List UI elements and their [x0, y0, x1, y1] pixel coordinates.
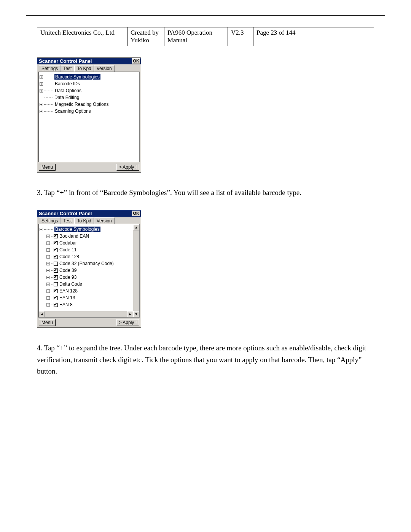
tree-node: +EAN 8: [40, 301, 132, 308]
node-code-32[interactable]: Code 32 (Pharmacy Code): [59, 261, 114, 266]
horizontal-scrollbar[interactable]: ◄►: [39, 311, 133, 317]
tree-node: −Barcode Symbologies: [40, 226, 132, 233]
tree-node: +Delta Code: [40, 281, 132, 288]
tree-node: +Scanning Options: [40, 108, 139, 115]
node-codabar[interactable]: Codabar: [59, 240, 77, 246]
node-data-options[interactable]: Data Options: [54, 88, 82, 93]
expand-icon[interactable]: +: [46, 241, 50, 245]
menu-button[interactable]: Menu: [39, 319, 56, 326]
node-ean-128[interactable]: EAN 128: [59, 288, 78, 294]
node-barcode-symbologies[interactable]: Barcode Symbologies: [54, 227, 100, 232]
expand-icon[interactable]: +: [46, 262, 50, 265]
checkbox-icon[interactable]: [54, 275, 58, 280]
checkbox-icon[interactable]: [54, 303, 58, 307]
scanner-panel-2: Scanner Control Panel OK Settings Test T…: [37, 210, 141, 328]
expand-icon[interactable]: +: [46, 235, 50, 238]
tree-node: +Data Options: [40, 87, 139, 94]
node-barcode-ids[interactable]: Barcode IDs: [54, 81, 80, 86]
tab-version[interactable]: Version: [94, 217, 115, 224]
header-table: Unitech Electronics Co., Ltd Created by …: [37, 27, 374, 46]
checkbox-icon[interactable]: [54, 296, 58, 300]
checkbox-icon[interactable]: [54, 255, 58, 259]
titlebar: Scanner Control Panel OK: [37, 58, 141, 64]
tab-settings[interactable]: Settings: [39, 65, 61, 72]
node-data-editing[interactable]: Data Editing: [54, 95, 80, 100]
node-ean-13[interactable]: EAN 13: [59, 295, 75, 300]
tab-settings[interactable]: Settings: [39, 217, 61, 224]
expand-icon[interactable]: +: [46, 283, 50, 286]
expand-icon[interactable]: +: [46, 296, 50, 300]
scroll-right-icon[interactable]: ►: [127, 311, 133, 317]
node-code-39[interactable]: Code 39: [59, 268, 77, 273]
node-code-11[interactable]: Code 11: [59, 247, 77, 252]
expand-icon[interactable]: +: [46, 248, 50, 252]
collapse-icon[interactable]: −: [40, 228, 43, 231]
tab-strip: Settings Test To Kpd Version: [37, 217, 141, 224]
expand-icon[interactable]: +: [40, 89, 43, 93]
tree-node: +EAN 128: [40, 288, 132, 294]
tree-node: Data Editing: [40, 94, 139, 101]
checkbox-icon[interactable]: [54, 234, 58, 238]
node-scanning-options[interactable]: Scanning Options: [54, 109, 91, 114]
tree-node: +EAN 13: [40, 294, 132, 301]
checkbox-icon[interactable]: [54, 248, 58, 252]
tree-node: +Code 39: [40, 267, 132, 274]
expand-icon[interactable]: +: [40, 82, 43, 86]
tree-view[interactable]: −Barcode Symbologies +Bookland EAN +Coda…: [38, 224, 140, 318]
tree-node: +Barcode Symbologies: [40, 73, 139, 80]
node-barcode-symbologies[interactable]: Barcode Symbologies: [54, 74, 100, 80]
hdr-ver: V2.3: [228, 27, 253, 46]
ok-button[interactable]: OK: [132, 58, 141, 64]
tree-node: +Code 93: [40, 274, 132, 281]
node-code-128[interactable]: Code 128: [59, 254, 80, 259]
button-bar: Menu > Apply !: [37, 318, 141, 328]
checkbox-icon[interactable]: [54, 241, 58, 245]
hdr-page: Page 23 of 144: [253, 27, 374, 46]
scanner-panel-1: Scanner Control Panel OK Settings Test T…: [37, 58, 141, 173]
tree-view[interactable]: +Barcode Symbologies +Barcode IDs +Data …: [38, 72, 140, 162]
tab-test[interactable]: Test: [61, 65, 74, 72]
hdr-doc: PA960 Operation Manual: [164, 27, 228, 46]
scroll-down-icon[interactable]: ▼: [133, 311, 139, 317]
step-4-text: 4. Tap “+” to expand the tree. Under eac…: [37, 342, 374, 377]
node-ean-8[interactable]: EAN 8: [59, 302, 73, 307]
node-magnetic-reading[interactable]: Magnetic Reading Options: [54, 102, 109, 107]
expand-icon[interactable]: +: [46, 276, 50, 279]
scroll-up-icon[interactable]: ▲: [133, 224, 139, 230]
expand-icon[interactable]: +: [40, 75, 43, 79]
expand-icon[interactable]: +: [46, 303, 50, 307]
tab-test[interactable]: Test: [61, 217, 74, 224]
expand-icon[interactable]: +: [40, 110, 43, 113]
node-code-93[interactable]: Code 93: [59, 275, 77, 280]
tab-to-kpd[interactable]: To Kpd: [74, 217, 94, 224]
window-title: Scanner Control Panel: [39, 211, 92, 216]
apply-button[interactable]: > Apply !: [116, 164, 139, 171]
checkbox-icon[interactable]: [54, 262, 58, 266]
tree-node: +Barcode IDs: [40, 80, 139, 87]
tab-to-kpd[interactable]: To Kpd: [74, 65, 94, 72]
window-title: Scanner Control Panel: [39, 58, 92, 64]
expand-icon[interactable]: +: [46, 269, 50, 272]
node-delta-code[interactable]: Delta Code: [59, 281, 83, 287]
checkbox-icon[interactable]: [54, 289, 58, 293]
ok-button[interactable]: OK: [132, 211, 141, 216]
node-bookland-ean[interactable]: Bookland EAN: [59, 233, 89, 239]
tree-node: +Code 128: [40, 253, 132, 260]
tree-node: +Code 11: [40, 246, 132, 253]
expand-icon[interactable]: +: [46, 255, 50, 259]
menu-button[interactable]: Menu: [39, 164, 56, 171]
apply-button[interactable]: > Apply !: [116, 319, 139, 326]
tab-version[interactable]: Version: [94, 65, 115, 72]
document-page: Unitech Electronics Co., Ltd Created by …: [26, 15, 385, 532]
scroll-left-icon[interactable]: ◄: [39, 311, 45, 317]
expand-icon[interactable]: +: [40, 103, 43, 106]
expand-icon[interactable]: +: [46, 289, 50, 293]
titlebar: Scanner Control Panel OK: [37, 210, 141, 217]
checkbox-icon[interactable]: [54, 268, 58, 273]
checkbox-icon[interactable]: [54, 282, 58, 286]
hdr-created: Created by Yukiko: [127, 27, 164, 46]
step-3-text: 3. Tap “+” in front of “Barcode Symbolog…: [37, 187, 374, 198]
vertical-scrollbar[interactable]: ▲▼: [133, 224, 139, 317]
tree-node: +Codabar: [40, 240, 132, 246]
tree-node: +Code 32 (Pharmacy Code): [40, 260, 132, 267]
